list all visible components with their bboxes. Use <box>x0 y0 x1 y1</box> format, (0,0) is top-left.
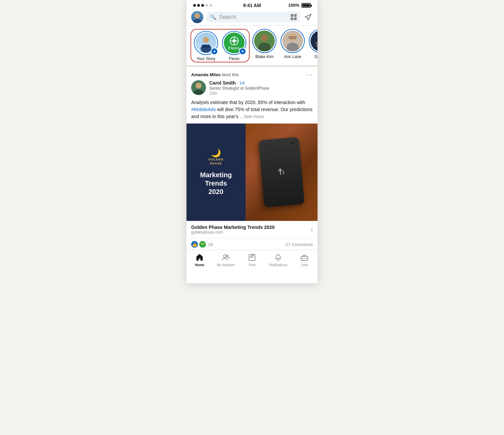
grid-cell-4 <box>294 17 297 20</box>
svg-point-15 <box>289 34 296 41</box>
grid-cell-3 <box>291 17 293 20</box>
story-ann-lane[interactable]: Ann Lane <box>279 29 306 62</box>
link-title: Golden Phase Marketing Trends 2020 <box>191 225 275 230</box>
stories-section: + Your Story <box>186 26 318 67</box>
post-icon <box>248 253 256 262</box>
marketing-title: MarketingTrends2020 <box>200 171 232 196</box>
link-card[interactable]: Golden Phase Marketing Trends 2020 golde… <box>186 221 318 238</box>
svg-rect-23 <box>280 168 281 175</box>
notifications-label: Notifications <box>269 263 287 267</box>
post-author-section: Carol Smith · 1st Senior Strategist at G… <box>186 80 318 99</box>
send-icon[interactable] <box>303 12 313 22</box>
like-reaction-icon: 👍 <box>191 241 198 248</box>
nav-post[interactable]: Post <box>242 253 262 267</box>
post-image-left: 🌙 GOLDENPHASE MarketingTrends2020 <box>186 124 246 221</box>
author-info: Carol Smith · 1st Senior Strategist at G… <box>209 80 313 96</box>
home-icon <box>196 253 204 262</box>
svg-point-4 <box>203 37 209 43</box>
svg-point-27 <box>226 255 228 257</box>
blake-avatar-svg <box>254 31 275 51</box>
post-svg <box>248 253 256 261</box>
story-blake-kim[interactable]: Blake Kim <box>251 29 278 62</box>
chevron-right-icon: › <box>311 226 313 233</box>
reactions: 👍 🌱 18 <box>191 241 213 248</box>
flexis-icon-svg <box>229 36 239 46</box>
nav-network[interactable]: My Network <box>216 253 236 267</box>
more-options-icon[interactable]: ··· <box>306 71 313 78</box>
comment-count: 27 Comments <box>286 242 313 247</box>
blake-ring <box>252 29 277 53</box>
flexis-text: Flexis <box>228 46 240 50</box>
qr-code-icon <box>291 14 297 20</box>
link-url: goldenphase.com <box>191 230 275 235</box>
nav-notifications[interactable]: Notifications <box>268 253 288 267</box>
stories-row: + Your Story <box>186 29 318 62</box>
flexis-plus-icon: + <box>239 48 246 55</box>
post-image: 🌙 GOLDENPHASE MarketingTrends2020 <box>186 124 318 221</box>
svg-point-1 <box>193 19 202 23</box>
golden-moon-icon: 🌙 <box>317 35 318 42</box>
svg-rect-24 <box>278 170 282 171</box>
signal-dot-3 <box>201 4 204 7</box>
svg-rect-6 <box>202 45 210 48</box>
author-name-row: Carol Smith · 1st <box>209 80 313 86</box>
golden-avatar-wrap: 🌙 GOLDENPHASE <box>309 29 318 53</box>
ann-avatar-wrap <box>281 29 305 53</box>
nav-home[interactable]: Home <box>190 253 210 267</box>
story-flexis[interactable]: Flexis + Flexis <box>221 31 248 61</box>
golden-label: Golden <box>314 54 318 59</box>
golden-phase-badge: 🌙 GOLDENPHASE <box>208 148 223 165</box>
flexis-label: Flexis <box>229 56 239 61</box>
carol-avatar[interactable] <box>191 80 206 95</box>
profile-avatar[interactable] <box>191 11 203 23</box>
home-svg <box>196 253 204 261</box>
blake-inner <box>254 31 275 51</box>
jobs-label: Jobs <box>301 263 308 267</box>
phone-graphic <box>258 137 304 207</box>
connection-badge: · 1st <box>237 81 245 85</box>
selected-stories-box: + Your Story <box>191 29 250 62</box>
network-icon <box>222 253 230 262</box>
oneplus-svg <box>276 166 287 177</box>
home-label: Home <box>195 263 204 267</box>
your-story-plus-icon: + <box>211 48 218 55</box>
network-label: My Network <box>217 263 235 267</box>
grid-cell-1 <box>291 14 293 17</box>
post-label: Post <box>249 263 255 267</box>
post-moon-icon: 🌙 <box>211 148 221 158</box>
search-placeholder: Search <box>219 14 236 20</box>
header: 🔍 Search <box>186 9 318 26</box>
flexis-avatar-wrap: Flexis + <box>222 31 246 55</box>
signal-dot-1 <box>193 4 196 7</box>
oneplus-logo <box>276 166 287 178</box>
golden-ring: 🌙 GOLDENPHASE <box>309 29 318 53</box>
blake-avatar-wrap <box>252 29 277 53</box>
network-svg <box>222 253 230 261</box>
phone-frame: 9:41 AM 100% 🔍 Search <box>186 0 318 283</box>
signal-dot-2 <box>197 4 200 7</box>
link-info: Golden Phase Marketing Trends 2020 golde… <box>191 225 275 235</box>
liked-by-text: Amanda Miles liked this <box>191 72 239 77</box>
see-more-link[interactable]: ...See more <box>240 114 264 119</box>
briefcase-svg <box>300 253 308 261</box>
nav-jobs[interactable]: Jobs <box>294 253 314 267</box>
search-bar[interactable]: 🔍 Search <box>207 12 300 22</box>
story-your-story[interactable]: + Your Story <box>193 31 219 61</box>
status-bar: 9:41 AM 100% <box>186 0 318 9</box>
svg-point-26 <box>223 255 226 257</box>
liked-notification: Amanda Miles liked this ··· <box>186 67 318 80</box>
author-title: Senior Strategist at GoldenPhase <box>209 86 313 91</box>
status-time: 9:41 AM <box>243 3 261 8</box>
post-time: 23m <box>209 91 313 96</box>
story-golden[interactable]: 🌙 GOLDENPHASE Golden <box>307 29 318 62</box>
golden-text: GOLDENPHASE <box>316 42 318 48</box>
liked-by-name: Amanda Miles <box>191 72 220 77</box>
post-hashtag[interactable]: #MobileAds <box>191 107 216 112</box>
svg-point-21 <box>196 83 202 89</box>
post-stats: 👍 🌱 18 27 Comments <box>186 238 318 250</box>
golden-inner: 🌙 GOLDENPHASE <box>310 31 318 51</box>
svg-point-12 <box>261 35 268 41</box>
search-icon: 🔍 <box>210 14 216 20</box>
notifications-icon <box>274 253 282 262</box>
svg-point-0 <box>195 13 200 18</box>
